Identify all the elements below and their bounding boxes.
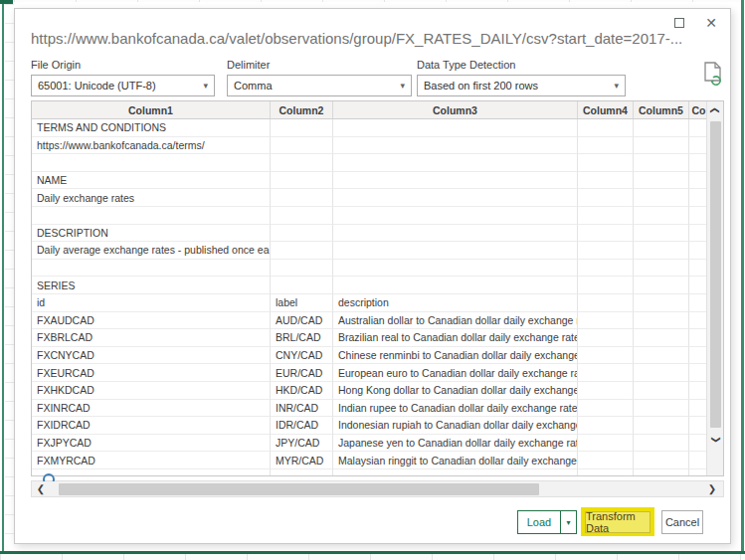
excel-window-left-border bbox=[2, 0, 4, 553]
table-cell bbox=[634, 260, 689, 278]
table-cell bbox=[271, 119, 333, 137]
vertical-scroll-thumb[interactable] bbox=[710, 121, 721, 428]
file-origin-field: File Origin 65001: Unicode (UTF-8) ▾ bbox=[31, 59, 215, 96]
table-cell bbox=[333, 225, 578, 243]
table-cell: European euro to Canadian dollar daily e… bbox=[333, 364, 578, 382]
column-header[interactable]: Column3 bbox=[333, 101, 578, 118]
table-cell bbox=[578, 225, 634, 243]
table-cell bbox=[271, 469, 333, 476]
delimiter-label: Delimiter bbox=[227, 59, 412, 71]
table-cell bbox=[634, 225, 689, 243]
load-button[interactable]: Load bbox=[517, 510, 560, 534]
table-cell bbox=[634, 277, 689, 294]
table-cell: FXEURCAD bbox=[32, 364, 271, 382]
table-cell bbox=[578, 435, 634, 453]
table-cell bbox=[271, 172, 333, 190]
data-type-detection-label: Data Type Detection bbox=[417, 59, 626, 71]
table-cell bbox=[333, 207, 578, 225]
vertical-scrollbar[interactable]: ❮ ❮ bbox=[706, 101, 723, 475]
table-header: Column1Column2Column3Column4Column5Co bbox=[32, 101, 708, 119]
data-type-detection-select[interactable]: Based on first 200 rows ▾ bbox=[417, 75, 626, 96]
table-cell: IDR/CAD bbox=[271, 417, 333, 435]
table-cell bbox=[271, 242, 333, 260]
table-cell bbox=[578, 137, 634, 155]
table-cell bbox=[634, 329, 689, 347]
table-cell bbox=[634, 469, 689, 476]
table-cell bbox=[333, 469, 578, 476]
file-origin-select[interactable]: 65001: Unicode (UTF-8) ▾ bbox=[31, 75, 215, 96]
table-cell bbox=[634, 417, 689, 435]
table-row bbox=[32, 154, 708, 172]
table-cell bbox=[333, 154, 578, 172]
table-cell bbox=[578, 277, 634, 294]
table-cell bbox=[271, 260, 333, 278]
table-row: FXJPYCADJPY/CADJapanese yen to Canadian … bbox=[32, 435, 708, 453]
table-cell: Australian dollar to Canadian dollar dai… bbox=[333, 312, 578, 330]
delimiter-value: Comma bbox=[234, 80, 273, 92]
table-row: FXMYRCADMYR/CADMalaysian ringgit to Cana… bbox=[32, 452, 708, 469]
table-cell bbox=[32, 260, 271, 278]
column-header[interactable]: Column5 bbox=[634, 101, 689, 118]
refresh-preview-icon[interactable] bbox=[702, 61, 724, 87]
table-cell bbox=[271, 277, 333, 294]
table-cell: JPY/CAD bbox=[271, 435, 333, 453]
table-cell: TERMS AND CONDITIONS bbox=[32, 119, 271, 137]
table-cell bbox=[333, 189, 578, 207]
table-cell bbox=[271, 207, 333, 225]
table-cell: FXHKDCAD bbox=[32, 382, 271, 400]
scroll-down-icon[interactable]: ❮ bbox=[707, 431, 723, 448]
table-row bbox=[32, 207, 708, 225]
load-split-button: Load ▾ bbox=[517, 510, 577, 534]
table-row: FXINRCADINR/CADIndian rupee to Canadian … bbox=[32, 400, 708, 418]
column-header[interactable]: Column2 bbox=[271, 101, 333, 118]
horizontal-scrollbar[interactable]: ❮ ❯ bbox=[31, 480, 724, 497]
column-header[interactable]: Column4 bbox=[578, 101, 634, 118]
table-cell bbox=[578, 417, 634, 435]
table-cell bbox=[634, 364, 689, 382]
table-cell bbox=[578, 329, 634, 347]
cancel-button[interactable]: Cancel bbox=[661, 510, 703, 534]
table-cell bbox=[578, 260, 634, 278]
table-cell bbox=[271, 137, 333, 155]
table-cell: Daily exchange rates bbox=[32, 189, 271, 207]
table-cell: FXJPYCAD bbox=[32, 435, 271, 453]
table-cell bbox=[333, 137, 578, 155]
table-cell: EUR/CAD bbox=[271, 364, 333, 382]
table-cell bbox=[578, 469, 634, 476]
excel-window-bottom-border bbox=[0, 551, 745, 554]
delimiter-select[interactable]: Comma ▾ bbox=[227, 75, 412, 96]
dialog-footer: Load ▾ Transform Data Cancel bbox=[15, 508, 732, 536]
scroll-up-icon[interactable]: ❮ bbox=[707, 101, 723, 118]
table-cell: Japanese yen to Canadian dollar daily ex… bbox=[333, 435, 578, 453]
table-cell bbox=[634, 400, 689, 418]
table-cell bbox=[634, 154, 689, 172]
column-header[interactable]: Column1 bbox=[32, 101, 271, 118]
chevron-down-icon: ▾ bbox=[400, 81, 405, 91]
table-row: idlabeldescription bbox=[32, 294, 708, 312]
table-cell: Brazilian real to Canadian dollar daily … bbox=[333, 329, 578, 347]
table-cell bbox=[578, 154, 634, 172]
table-cell bbox=[333, 119, 578, 137]
excel-window-corner bbox=[0, 0, 13, 4]
table-cell bbox=[578, 119, 634, 137]
table-body: TERMS AND CONDITIONShttps://www.bankofca… bbox=[32, 119, 708, 476]
table-cell bbox=[634, 382, 689, 400]
table-cell: AUD/CAD bbox=[271, 312, 333, 330]
horizontal-scroll-thumb[interactable] bbox=[59, 483, 539, 495]
load-dropdown-button[interactable]: ▾ bbox=[560, 510, 577, 534]
maximize-icon bbox=[674, 18, 684, 28]
scroll-right-icon[interactable]: ❯ bbox=[703, 483, 721, 494]
table-row: FXHKDCADHKD/CADHong Kong dollar to Canad… bbox=[32, 382, 708, 400]
table-cell: FXCNYCAD bbox=[32, 347, 271, 365]
table-cell bbox=[333, 172, 578, 190]
table-cell: FXINRCAD bbox=[32, 400, 271, 418]
worksheet-bottom-gridlines bbox=[0, 554, 745, 560]
table-cell bbox=[271, 154, 333, 172]
preview-table: Column1Column2Column3Column4Column5Co TE… bbox=[31, 100, 724, 476]
table-cell: https://www.bankofcanada.ca/terms/ bbox=[32, 137, 271, 155]
table-row: DESCRIPTION bbox=[32, 225, 708, 243]
scroll-left-icon[interactable]: ❮ bbox=[32, 483, 50, 494]
table-row: FXEURCADEUR/CADEuropean euro to Canadian… bbox=[32, 364, 708, 382]
table-cell: Indonesian rupiah to Canadian dollar dai… bbox=[333, 417, 578, 435]
transform-data-button[interactable]: Transform Data bbox=[585, 511, 651, 533]
